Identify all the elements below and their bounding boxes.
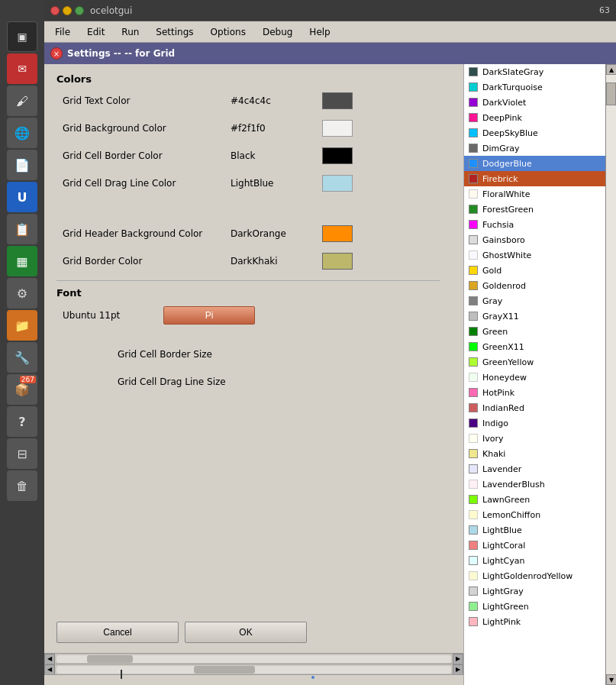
sidebar-icon-globe[interactable]: 🌐 xyxy=(7,118,37,148)
color-list-item[interactable]: GreenX11 xyxy=(464,339,605,354)
menu-run[interactable]: Run xyxy=(114,24,147,40)
settings-dialog: × Settings -- -- for Grid Colors Grid Te… xyxy=(44,43,616,685)
menu-options[interactable]: Options xyxy=(203,24,253,40)
hscroll-right-btn[interactable]: ▶ xyxy=(453,654,463,664)
color-list-item[interactable]: Gold xyxy=(464,263,605,278)
sidebar-icon-grid[interactable]: ▦ xyxy=(7,246,37,276)
sidebar: ▣ ✉ 🖌 🌐 📄 U 📋 ▦ ⚙ 📁 🔧 📦 267 ? ⊟ 🗑 xyxy=(0,0,44,685)
sidebar-icon-folder[interactable]: 📁 xyxy=(7,310,37,341)
color-name-label: DeepSkyBlue xyxy=(482,128,538,138)
menu-help[interactable]: Help xyxy=(302,24,337,40)
sidebar-icon-brush[interactable]: 🖌 xyxy=(7,86,37,116)
menu-file[interactable]: File xyxy=(47,24,78,40)
color-dot xyxy=(469,495,478,504)
color-dot xyxy=(469,403,478,412)
color-list-item[interactable]: Khaki xyxy=(464,446,605,461)
sidebar-icon-document[interactable]: 📄 xyxy=(7,150,37,180)
color-list-item[interactable]: ForestGreen xyxy=(464,202,605,217)
color-list-item[interactable]: DeepPink xyxy=(464,110,605,125)
color-dot xyxy=(469,98,478,107)
window-min-btn[interactable] xyxy=(63,6,72,15)
color-list-item[interactable]: Gray xyxy=(464,293,605,309)
color-list-item[interactable]: DarkViolet xyxy=(464,95,605,110)
color-list-item[interactable]: LightGray xyxy=(464,583,605,599)
sidebar-icon-terminal[interactable]: ▣ xyxy=(7,21,37,52)
color-list-item[interactable]: DimGray xyxy=(464,141,605,156)
dialog-close-button[interactable]: × xyxy=(50,47,63,60)
vscroll-up-btn[interactable]: ▲ xyxy=(606,64,616,75)
vscroll-thumb[interactable] xyxy=(606,82,616,105)
color-dot xyxy=(469,144,478,153)
color-name-label: Ivory xyxy=(482,434,504,444)
menu-settings[interactable]: Settings xyxy=(148,24,201,40)
color-list-item[interactable]: DarkTurquoise xyxy=(464,79,605,95)
color-swatch-bg[interactable] xyxy=(322,120,353,137)
hscroll2-left-btn[interactable]: ◀ xyxy=(44,664,55,675)
color-list-item[interactable]: LightCyan xyxy=(464,553,605,568)
color-name-label: LawnGreen xyxy=(482,495,530,505)
vscroll-down-btn[interactable]: ▼ xyxy=(606,674,616,685)
hscrollbar2[interactable]: ◀ ▶ xyxy=(44,664,463,674)
sidebar-icon-panel[interactable]: ⊟ xyxy=(7,438,37,469)
color-list-item[interactable]: LightGoldenrodYellow xyxy=(464,568,605,583)
color-list-item[interactable]: DeepSkyBlue xyxy=(464,125,605,141)
sidebar-icon-badge[interactable]: 📦 267 xyxy=(7,374,37,405)
color-list-item[interactable]: LightPink xyxy=(464,614,605,629)
color-swatch-border[interactable] xyxy=(322,147,353,164)
color-swatch-grid-border[interactable] xyxy=(322,253,353,270)
color-list-item[interactable]: Honeydew xyxy=(464,370,605,385)
hscroll2-right-btn[interactable]: ▶ xyxy=(453,664,463,675)
color-list-item[interactable]: LavenderBlush xyxy=(464,477,605,492)
color-swatch-text[interactable] xyxy=(322,92,353,109)
color-swatch-drag[interactable] xyxy=(322,175,353,192)
hscroll-thumb1[interactable] xyxy=(87,655,133,663)
hscroll-track2[interactable] xyxy=(56,666,451,674)
color-list-item[interactable]: DarkSlateGray xyxy=(464,64,605,79)
menu-debug[interactable]: Debug xyxy=(255,24,300,40)
color-list-item[interactable]: FloralWhite xyxy=(464,186,605,202)
hscroll-thumb2[interactable] xyxy=(194,666,255,674)
color-dot xyxy=(469,327,478,336)
sidebar-icon-u[interactable]: U xyxy=(7,182,37,212)
vscrollbar[interactable]: ▲ ▼ xyxy=(605,64,616,685)
color-list-item[interactable]: Green xyxy=(464,324,605,339)
pick-font-label: Pi xyxy=(205,310,214,321)
color-list-item[interactable]: IndianRed xyxy=(464,400,605,415)
color-list-item[interactable]: LightGreen xyxy=(464,599,605,614)
color-list-item[interactable]: LemonChiffon xyxy=(464,507,605,522)
hscroll-left-btn[interactable]: ◀ xyxy=(44,654,55,664)
hscrollbar1[interactable]: ◀ ▶ xyxy=(44,653,463,664)
window-close-btn[interactable] xyxy=(50,6,60,15)
color-swatch-header-bg[interactable] xyxy=(322,225,353,242)
color-list-item[interactable]: Firebrick xyxy=(464,171,605,186)
color-list-item[interactable]: Indigo xyxy=(464,415,605,431)
menu-edit[interactable]: Edit xyxy=(79,24,112,40)
sidebar-icon-settings[interactable]: ⚙ xyxy=(7,278,37,309)
color-list-item[interactable]: Lavender xyxy=(464,461,605,477)
sidebar-icon-trash[interactable]: 🗑 xyxy=(7,470,37,501)
vscroll-track[interactable] xyxy=(606,75,616,674)
color-list-item[interactable]: DodgerBlue xyxy=(464,156,605,171)
sidebar-icon-chat[interactable]: ✉ xyxy=(7,53,37,84)
color-list-item[interactable]: HotPink xyxy=(464,385,605,400)
color-dot xyxy=(469,189,478,199)
pick-font-button[interactable]: Pi xyxy=(163,306,255,325)
color-list-item[interactable]: LightBlue xyxy=(464,522,605,538)
color-list-item[interactable]: GhostWhite xyxy=(464,247,605,263)
window-max-btn[interactable] xyxy=(75,6,84,15)
color-list-item[interactable]: Fuchsia xyxy=(464,217,605,232)
color-list-item[interactable]: GrayX11 xyxy=(464,309,605,324)
hscroll-track1[interactable] xyxy=(56,655,451,663)
color-list-item[interactable]: Ivory xyxy=(464,431,605,446)
sidebar-icon-tools[interactable]: 🔧 xyxy=(7,342,37,373)
color-list-item[interactable]: Gainsboro xyxy=(464,232,605,247)
color-list-item[interactable]: LightCoral xyxy=(464,538,605,553)
color-list-item[interactable]: GreenYellow xyxy=(464,354,605,370)
color-list-item[interactable]: Goldenrod xyxy=(464,278,605,293)
color-value-text: #4c4c4c xyxy=(231,95,322,106)
sidebar-icon-report[interactable]: 📋 xyxy=(7,214,37,244)
color-list-item[interactable]: LawnGreen xyxy=(464,492,605,507)
sidebar-icon-help[interactable]: ? xyxy=(7,406,37,437)
cancel-button[interactable]: Cancel xyxy=(56,622,179,643)
ok-button[interactable]: OK xyxy=(185,622,307,643)
